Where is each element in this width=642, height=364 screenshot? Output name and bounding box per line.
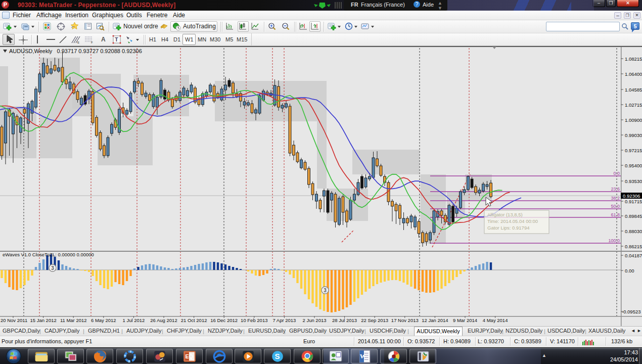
svg-text:22 Sep 2013: 22 Sep 2013 — [361, 317, 388, 323]
svg-text:50.0: 50.0 — [611, 204, 620, 209]
svg-text:0.89845: 0.89845 — [625, 213, 642, 219]
svg-text:0.88030: 0.88030 — [625, 229, 642, 234]
svg-text:17 Nov 2013: 17 Nov 2013 — [391, 317, 419, 323]
svg-text:0.93530: 0.93530 — [625, 178, 642, 184]
svg-text:2 Jun 2013: 2 Jun 2013 — [302, 317, 326, 323]
svg-text:0.86215: 0.86215 — [625, 244, 642, 249]
svg-text:Time: 2014.05.04 00:00: Time: 2014.05.04 00:00 — [487, 218, 538, 224]
svg-text:1.00900: 1.00900 — [625, 117, 642, 123]
svg-text:20 Nov 2011: 20 Nov 2011 — [1, 317, 27, 323]
svg-text:1.08215: 1.08215 — [625, 56, 642, 62]
svg-text:-0.09523: -0.09523 — [622, 309, 641, 314]
svg-text:28 Jul 2013: 28 Jul 2013 — [332, 317, 357, 323]
svg-text:eWaves V1.0 CloseToZL: 0.00000: eWaves V1.0 CloseToZL: 0.00000 0.00000 — [3, 252, 94, 257]
svg-text:0.97215: 0.97215 — [625, 148, 642, 153]
svg-text:1.04585: 1.04585 — [625, 87, 642, 93]
svg-text:0.04187: 0.04187 — [625, 253, 642, 258]
svg-text:26 Aug 2012: 26 Aug 2012 — [150, 317, 177, 323]
svg-text:7 Apr 2013: 7 Apr 2013 — [272, 317, 296, 323]
svg-text:0.95400: 0.95400 — [625, 163, 642, 168]
svg-text:F: F — [91, 41, 93, 44]
svg-text:11 Mar 2012: 11 Mar 2012 — [60, 317, 87, 323]
svg-text:0.91715: 0.91715 — [625, 199, 642, 204]
svg-text:9 Mar 2014: 9 Mar 2014 — [453, 317, 477, 323]
svg-text:6 May 2012: 6 May 2012 — [91, 317, 116, 323]
svg-text:Gator Lips: 0.91794: Gator Lips: 0.91794 — [487, 225, 529, 231]
svg-text:1.02715: 1.02715 — [625, 102, 642, 108]
svg-text:T: T — [115, 36, 118, 42]
svg-text:12 Jan 2014: 12 Jan 2014 — [422, 317, 448, 323]
svg-text:15 Jan 2012: 15 Jan 2012 — [30, 317, 56, 323]
svg-text:0.0: 0.0 — [613, 171, 620, 176]
svg-text:61.8: 61.8 — [611, 212, 620, 217]
svg-text:Alligator (13,8,5): Alligator (13,8,5) — [487, 212, 523, 217]
svg-text:3: 3 — [324, 288, 327, 293]
svg-text:E: E — [77, 41, 79, 44]
svg-text:38.2: 38.2 — [611, 196, 620, 201]
svg-text:S: S — [275, 352, 280, 360]
svg-text:W: W — [360, 352, 366, 360]
svg-text:EQ: EQ — [185, 353, 193, 359]
svg-text:1 Jul 2012: 1 Jul 2012 — [122, 317, 145, 323]
svg-text:0.00: 0.00 — [625, 268, 634, 274]
svg-text:100.0: 100.0 — [608, 238, 620, 243]
svg-text:16 Dec 2012: 16 Dec 2012 — [210, 317, 238, 323]
svg-text:1.06400: 1.06400 — [625, 71, 642, 77]
svg-text:AUDUSD,Weekly 0.93717 0.9372: AUDUSD,Weekly 0.93717 0.93727 0.92088 0.… — [9, 48, 142, 54]
svg-text:0.92306: 0.92306 — [623, 193, 640, 199]
svg-text:10 Feb 2013: 10 Feb 2013 — [241, 317, 267, 323]
svg-text:4 May 2014: 4 May 2014 — [483, 317, 508, 323]
svg-text:21 Oct 2012: 21 Oct 2012 — [181, 317, 207, 323]
svg-text:23.6: 23.6 — [611, 187, 620, 192]
svg-text:3: 3 — [51, 265, 54, 271]
svg-text:0.99030: 0.99030 — [625, 132, 642, 138]
